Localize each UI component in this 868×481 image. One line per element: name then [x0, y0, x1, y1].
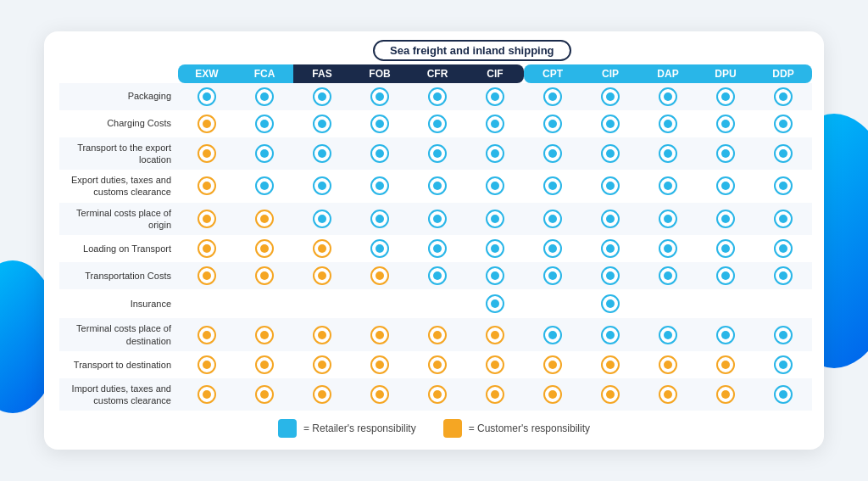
- cell-icon: [581, 318, 639, 351]
- row-label: Import duties, taxes and customs clearan…: [59, 378, 178, 411]
- cell-icon: [409, 235, 466, 262]
- orange-circle-icon: [198, 176, 216, 195]
- cell-icon: [754, 351, 812, 378]
- cell-icon: [351, 110, 409, 137]
- cell-icon: [524, 289, 581, 318]
- cell-icon: [524, 262, 581, 289]
- cell-icon: [293, 170, 351, 203]
- cell-icon: [293, 137, 351, 171]
- cell-icon: [466, 262, 524, 289]
- header-dpu: DPU: [697, 64, 754, 83]
- blue-circle-icon: [601, 294, 620, 313]
- blue-circle-icon: [370, 239, 389, 258]
- legend-customer: = Customer's responsibility: [443, 419, 590, 438]
- orange-circle-icon: [198, 210, 216, 228]
- header-fob: FOB: [351, 64, 409, 83]
- cell-icon: [236, 378, 293, 411]
- cell-icon: [466, 110, 524, 137]
- cell-icon: [293, 351, 351, 378]
- orange-circle-icon: [255, 355, 274, 374]
- blue-circle-icon: [601, 210, 620, 228]
- cell-icon: [754, 235, 812, 262]
- row-label: Loading on Transport: [59, 235, 178, 262]
- orange-circle-icon: [255, 385, 274, 404]
- blue-circle-icon: [716, 210, 735, 228]
- blue-circle-icon: [486, 115, 504, 133]
- cell-icon: [236, 203, 293, 236]
- blue-circle-icon: [543, 266, 562, 285]
- cell-icon: [236, 235, 293, 262]
- cell-icon: [178, 137, 236, 171]
- cell-icon: [639, 110, 697, 137]
- blue-circle-icon: [543, 326, 562, 344]
- blue-circle-icon: [716, 87, 735, 106]
- blue-circle-icon: [601, 326, 620, 344]
- cell-icon: [351, 289, 409, 318]
- cell-icon: [236, 289, 293, 318]
- header-empty: [59, 64, 178, 83]
- row-label: Insurance: [59, 289, 178, 318]
- cell-icon: [697, 378, 754, 411]
- cell-icon: [754, 262, 812, 289]
- cell-icon: [351, 170, 409, 203]
- cell-icon: [581, 351, 639, 378]
- cell-icon: [178, 318, 236, 351]
- orange-circle-icon: [486, 326, 504, 344]
- cell-icon: [697, 351, 754, 378]
- cell-icon: [697, 110, 754, 137]
- orange-circle-icon: [370, 355, 389, 374]
- empty-cell: [370, 294, 389, 312]
- cell-icon: [524, 318, 581, 351]
- empty-cell: [428, 294, 447, 312]
- blue-circle-icon: [486, 239, 504, 258]
- row-label: Transport to destination: [59, 351, 178, 378]
- header-cfr: CFR: [409, 64, 466, 83]
- table-row: Transport to destination: [59, 351, 812, 378]
- orange-circle-icon: [198, 355, 216, 374]
- blue-circle-icon: [716, 115, 735, 133]
- cell-icon: [351, 235, 409, 262]
- blue-circle-icon: [774, 326, 793, 344]
- cell-icon: [351, 318, 409, 351]
- cell-icon: [754, 378, 812, 411]
- cell-icon: [351, 83, 409, 110]
- cell-icon: [524, 351, 581, 378]
- cell-icon: [466, 289, 524, 318]
- blue-circle-icon: [659, 144, 677, 163]
- cell-icon: [639, 137, 697, 171]
- cell-icon: [409, 262, 466, 289]
- cell-icon: [581, 235, 639, 262]
- blue-circle-icon: [543, 87, 562, 106]
- blue-circle-icon: [601, 239, 620, 258]
- blue-circle-icon: [428, 144, 447, 163]
- orange-circle-icon: [255, 326, 274, 344]
- cell-icon: [639, 83, 697, 110]
- orange-circle-icon: [255, 266, 274, 285]
- blue-circle-icon: [428, 87, 447, 106]
- header-cif: CIF: [466, 64, 524, 83]
- cell-icon: [236, 318, 293, 351]
- main-container: Sea freight and inland shipping EXW FCA …: [44, 31, 824, 450]
- row-label: Terminal costs place of origin: [59, 203, 178, 236]
- orange-circle-icon: [486, 385, 504, 404]
- table-row: Terminal costs place of destination: [59, 318, 812, 351]
- blue-circle-icon: [370, 176, 389, 195]
- blue-circle-icon: [370, 144, 389, 163]
- cell-icon: [524, 170, 581, 203]
- blue-circle-icon: [659, 176, 677, 195]
- orange-circle-icon: [486, 355, 504, 374]
- table-row: Export duties, taxes and customs clearan…: [59, 170, 812, 203]
- row-label: Transportation Costs: [59, 262, 178, 289]
- blue-circle-icon: [543, 176, 562, 195]
- cell-icon: [754, 203, 812, 236]
- cell-icon: [236, 262, 293, 289]
- cell-icon: [409, 289, 466, 318]
- legend-blue-box: [278, 419, 297, 438]
- cell-icon: [466, 378, 524, 411]
- legend: = Retailer's responsibility = Customer's…: [59, 419, 809, 438]
- row-label: Export duties, taxes and customs clearan…: [59, 170, 178, 203]
- cell-icon: [581, 83, 639, 110]
- blue-circle-icon: [486, 144, 504, 163]
- header-exw: EXW: [178, 64, 236, 83]
- blue-circle-icon: [313, 87, 331, 106]
